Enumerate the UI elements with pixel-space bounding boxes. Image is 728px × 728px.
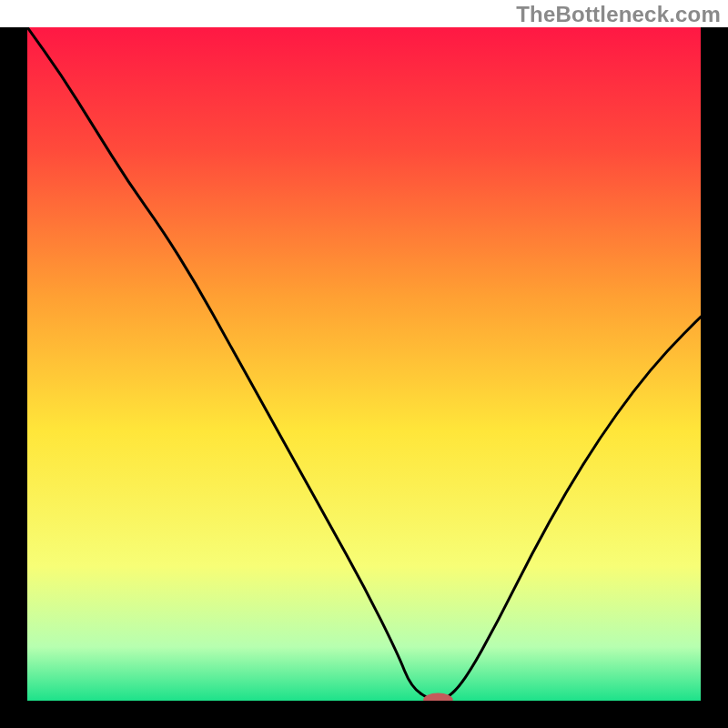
frame-left xyxy=(0,27,27,728)
watermark-text: TheBottleneck.com xyxy=(516,2,721,27)
bottleneck-chart xyxy=(0,27,728,728)
chart-background xyxy=(27,27,701,701)
chart-svg xyxy=(0,27,728,728)
frame-bottom xyxy=(0,701,728,728)
frame-right xyxy=(701,27,728,728)
